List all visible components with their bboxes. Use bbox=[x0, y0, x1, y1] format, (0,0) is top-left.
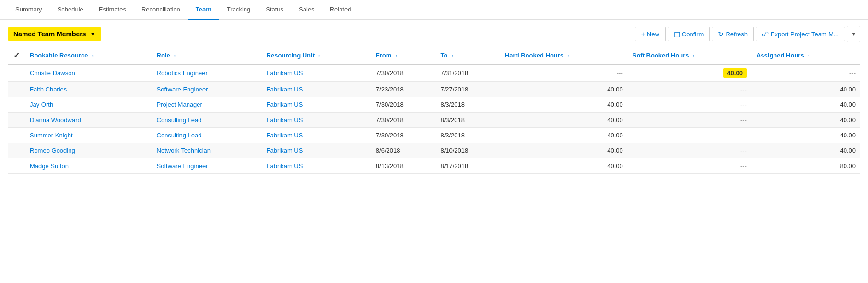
nav-status[interactable]: Status bbox=[258, 0, 291, 20]
from-cell: 7/30/2018 bbox=[371, 113, 436, 128]
resource-cell: Romeo Gooding bbox=[25, 143, 152, 158]
nav-reconciliation[interactable]: Reconciliation bbox=[134, 0, 188, 20]
export-button[interactable]: ☍ Export Project Team M... bbox=[756, 27, 845, 41]
row-checkbox[interactable] bbox=[8, 82, 25, 97]
confirm-button[interactable]: ◫ Confirm bbox=[668, 27, 710, 41]
chevron-down-icon: ▼ bbox=[90, 31, 95, 37]
soft-booked-cell: --- bbox=[628, 158, 751, 174]
to-cell: 8/10/2018 bbox=[435, 143, 500, 158]
to-header[interactable]: To ↕ bbox=[435, 47, 500, 64]
resourcing-unit-link[interactable]: Fabrikam US bbox=[267, 86, 303, 93]
row-checkbox[interactable] bbox=[8, 158, 25, 174]
sort-icon: ↕ bbox=[451, 54, 453, 58]
from-cell: 8/13/2018 bbox=[371, 158, 436, 174]
named-team-members-button[interactable]: Named Team Members ▼ bbox=[8, 27, 101, 41]
table-row[interactable]: Madge SuttonSoftware EngineerFabrikam US… bbox=[8, 158, 860, 174]
table-row[interactable]: Dianna WoodwardConsulting LeadFabrikam U… bbox=[8, 113, 860, 128]
from-cell: 7/30/2018 bbox=[371, 64, 436, 82]
resource-link[interactable]: Summer Knight bbox=[30, 132, 73, 139]
table-row[interactable]: Faith CharlesSoftware EngineerFabrikam U… bbox=[8, 82, 860, 97]
role-link[interactable]: Consulting Lead bbox=[157, 132, 202, 139]
assigned-hours-cell: --- bbox=[751, 64, 860, 82]
resource-link[interactable]: Faith Charles bbox=[30, 86, 67, 93]
hard-booked-cell: 40.00 bbox=[500, 143, 628, 158]
resourcing-unit-cell: Fabrikam US bbox=[262, 64, 371, 82]
assigned-hours-cell: 80.00 bbox=[751, 158, 860, 174]
row-checkbox[interactable] bbox=[8, 113, 25, 128]
resourcing-unit-cell: Fabrikam US bbox=[262, 82, 371, 97]
row-checkbox[interactable] bbox=[8, 64, 25, 82]
dash-value: --- bbox=[740, 86, 747, 93]
role-link[interactable]: Network Technician bbox=[157, 147, 211, 154]
from-header[interactable]: From ↕ bbox=[371, 47, 436, 64]
resourcing-unit-link[interactable]: Fabrikam US bbox=[267, 147, 303, 154]
resource-link[interactable]: Dianna Woodward bbox=[30, 116, 81, 124]
sort-icon: ↕ bbox=[395, 54, 397, 58]
resourcing-unit-header[interactable]: Resourcing Unit ↕ bbox=[262, 47, 371, 64]
select-all-checkbox[interactable]: ✓ bbox=[13, 51, 20, 59]
resourcing-unit-link[interactable]: Fabrikam US bbox=[267, 116, 303, 124]
resource-cell: Christie Dawson bbox=[25, 64, 152, 82]
resource-link[interactable]: Romeo Gooding bbox=[30, 147, 75, 154]
new-button[interactable]: + New bbox=[635, 27, 666, 41]
soft-booked-cell: 40.00 bbox=[628, 64, 751, 82]
row-checkbox[interactable] bbox=[8, 97, 25, 113]
nav-sales[interactable]: Sales bbox=[291, 0, 322, 20]
assigned-hours-cell: 40.00 bbox=[751, 82, 860, 97]
resource-link[interactable]: Christie Dawson bbox=[30, 69, 75, 77]
nav-team[interactable]: Team bbox=[188, 0, 219, 20]
resourcing-unit-cell: Fabrikam US bbox=[262, 143, 371, 158]
from-cell: 7/23/2018 bbox=[371, 82, 436, 97]
chevron-down-icon: ▼ bbox=[851, 31, 856, 37]
role-cell: Consulting Lead bbox=[152, 128, 262, 143]
dash-value: --- bbox=[740, 147, 747, 154]
role-cell: Robotics Engineer bbox=[152, 64, 262, 82]
resource-link[interactable]: Madge Sutton bbox=[30, 162, 69, 170]
resourcing-unit-link[interactable]: Fabrikam US bbox=[267, 101, 303, 108]
role-link[interactable]: Project Manager bbox=[157, 101, 202, 108]
resource-link[interactable]: Jay Orth bbox=[30, 101, 53, 108]
to-cell: 8/3/2018 bbox=[435, 128, 500, 143]
nav-related[interactable]: Related bbox=[322, 0, 359, 20]
soft-booked-cell: --- bbox=[628, 128, 751, 143]
hard-booked-cell: --- bbox=[500, 64, 628, 82]
more-options-button[interactable]: ▼ bbox=[847, 26, 860, 42]
dash-value: --- bbox=[740, 162, 747, 170]
bookable-resource-header[interactable]: Bookable Resource ↕ bbox=[25, 47, 152, 64]
table-row[interactable]: Jay OrthProject ManagerFabrikam US7/30/2… bbox=[8, 97, 860, 113]
checkbox-column-header[interactable]: ✓ bbox=[8, 47, 25, 64]
role-cell: Project Manager bbox=[152, 97, 262, 113]
soft-booked-hours-header[interactable]: Soft Booked Hours ↕ bbox=[628, 47, 751, 64]
nav-schedule[interactable]: Schedule bbox=[50, 0, 91, 20]
role-link[interactable]: Consulting Lead bbox=[157, 116, 202, 124]
to-cell: 8/17/2018 bbox=[435, 158, 500, 174]
role-header[interactable]: Role ↕ bbox=[152, 47, 262, 64]
role-link[interactable]: Software Engineer bbox=[157, 162, 208, 170]
nav-summary[interactable]: Summary bbox=[8, 0, 50, 20]
nav-tracking[interactable]: Tracking bbox=[219, 0, 258, 20]
resource-cell: Madge Sutton bbox=[25, 158, 152, 174]
resourcing-unit-link[interactable]: Fabrikam US bbox=[267, 132, 303, 139]
table-row[interactable]: Christie DawsonRobotics EngineerFabrikam… bbox=[8, 64, 860, 82]
soft-booked-cell: --- bbox=[628, 143, 751, 158]
role-link[interactable]: Robotics Engineer bbox=[157, 69, 208, 77]
role-link[interactable]: Software Engineer bbox=[157, 86, 208, 93]
resourcing-unit-link[interactable]: Fabrikam US bbox=[267, 162, 303, 170]
to-cell: 8/3/2018 bbox=[435, 113, 500, 128]
hard-booked-hours-header[interactable]: Hard Booked Hours ↕ bbox=[500, 47, 628, 64]
resourcing-unit-link[interactable]: Fabrikam US bbox=[267, 69, 303, 77]
resourcing-unit-cell: Fabrikam US bbox=[262, 158, 371, 174]
soft-booked-cell: --- bbox=[628, 97, 751, 113]
nav-estimates[interactable]: Estimates bbox=[91, 0, 134, 20]
refresh-button[interactable]: ↻ Refresh bbox=[712, 27, 754, 41]
soft-booked-cell: --- bbox=[628, 82, 751, 97]
row-checkbox[interactable] bbox=[8, 128, 25, 143]
sort-icon: ↕ bbox=[92, 54, 94, 58]
assigned-hours-header[interactable]: Assigned Hours ↑ bbox=[751, 47, 860, 64]
hard-booked-cell: 40.00 bbox=[500, 113, 628, 128]
resourcing-unit-cell: Fabrikam US bbox=[262, 113, 371, 128]
table-row[interactable]: Romeo GoodingNetwork TechnicianFabrikam … bbox=[8, 143, 860, 158]
row-checkbox[interactable] bbox=[8, 143, 25, 158]
assigned-hours-cell: 40.00 bbox=[751, 97, 860, 113]
table-row[interactable]: Summer KnightConsulting LeadFabrikam US7… bbox=[8, 128, 860, 143]
